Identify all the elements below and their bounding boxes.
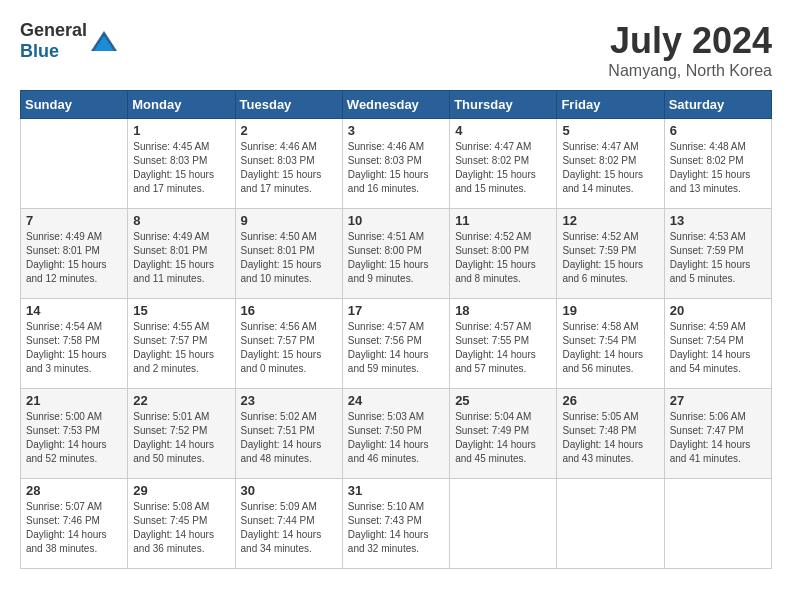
- day-number: 10: [348, 213, 444, 228]
- day-number: 22: [133, 393, 229, 408]
- day-number: 25: [455, 393, 551, 408]
- day-number: 20: [670, 303, 766, 318]
- day-info: Sunrise: 4:58 AM Sunset: 7:54 PM Dayligh…: [562, 320, 658, 376]
- day-info: Sunrise: 4:50 AM Sunset: 8:01 PM Dayligh…: [241, 230, 337, 286]
- day-number: 9: [241, 213, 337, 228]
- logo-general: General: [20, 20, 87, 40]
- calendar-cell: 12Sunrise: 4:52 AM Sunset: 7:59 PM Dayli…: [557, 209, 664, 299]
- calendar-cell: [21, 119, 128, 209]
- calendar-cell: 23Sunrise: 5:02 AM Sunset: 7:51 PM Dayli…: [235, 389, 342, 479]
- day-info: Sunrise: 4:47 AM Sunset: 8:02 PM Dayligh…: [562, 140, 658, 196]
- day-info: Sunrise: 4:46 AM Sunset: 8:03 PM Dayligh…: [241, 140, 337, 196]
- header-day-sunday: Sunday: [21, 91, 128, 119]
- day-number: 21: [26, 393, 122, 408]
- title-area: July 2024 Namyang, North Korea: [608, 20, 772, 80]
- calendar-cell: 17Sunrise: 4:57 AM Sunset: 7:56 PM Dayli…: [342, 299, 449, 389]
- day-info: Sunrise: 4:49 AM Sunset: 8:01 PM Dayligh…: [133, 230, 229, 286]
- day-info: Sunrise: 4:48 AM Sunset: 8:02 PM Dayligh…: [670, 140, 766, 196]
- calendar-cell: 14Sunrise: 4:54 AM Sunset: 7:58 PM Dayli…: [21, 299, 128, 389]
- day-info: Sunrise: 5:09 AM Sunset: 7:44 PM Dayligh…: [241, 500, 337, 556]
- calendar-cell: 22Sunrise: 5:01 AM Sunset: 7:52 PM Dayli…: [128, 389, 235, 479]
- day-info: Sunrise: 4:53 AM Sunset: 7:59 PM Dayligh…: [670, 230, 766, 286]
- logo-text: General Blue: [20, 20, 87, 62]
- day-info: Sunrise: 4:52 AM Sunset: 8:00 PM Dayligh…: [455, 230, 551, 286]
- day-number: 26: [562, 393, 658, 408]
- day-number: 23: [241, 393, 337, 408]
- day-info: Sunrise: 5:07 AM Sunset: 7:46 PM Dayligh…: [26, 500, 122, 556]
- day-number: 14: [26, 303, 122, 318]
- calendar-cell: 18Sunrise: 4:57 AM Sunset: 7:55 PM Dayli…: [450, 299, 557, 389]
- day-info: Sunrise: 5:04 AM Sunset: 7:49 PM Dayligh…: [455, 410, 551, 466]
- calendar-cell: [557, 479, 664, 569]
- day-number: 8: [133, 213, 229, 228]
- day-info: Sunrise: 5:06 AM Sunset: 7:47 PM Dayligh…: [670, 410, 766, 466]
- calendar-cell: 29Sunrise: 5:08 AM Sunset: 7:45 PM Dayli…: [128, 479, 235, 569]
- day-number: 15: [133, 303, 229, 318]
- day-info: Sunrise: 5:08 AM Sunset: 7:45 PM Dayligh…: [133, 500, 229, 556]
- day-info: Sunrise: 4:56 AM Sunset: 7:57 PM Dayligh…: [241, 320, 337, 376]
- calendar-cell: 26Sunrise: 5:05 AM Sunset: 7:48 PM Dayli…: [557, 389, 664, 479]
- calendar-cell: 31Sunrise: 5:10 AM Sunset: 7:43 PM Dayli…: [342, 479, 449, 569]
- week-row-5: 28Sunrise: 5:07 AM Sunset: 7:46 PM Dayli…: [21, 479, 772, 569]
- calendar-cell: 20Sunrise: 4:59 AM Sunset: 7:54 PM Dayli…: [664, 299, 771, 389]
- day-number: 4: [455, 123, 551, 138]
- day-number: 27: [670, 393, 766, 408]
- day-number: 29: [133, 483, 229, 498]
- day-number: 12: [562, 213, 658, 228]
- calendar-cell: 5Sunrise: 4:47 AM Sunset: 8:02 PM Daylig…: [557, 119, 664, 209]
- day-number: 6: [670, 123, 766, 138]
- logo: General Blue: [20, 20, 119, 62]
- calendar-cell: 13Sunrise: 4:53 AM Sunset: 7:59 PM Dayli…: [664, 209, 771, 299]
- week-row-1: 1Sunrise: 4:45 AM Sunset: 8:03 PM Daylig…: [21, 119, 772, 209]
- calendar-cell: 7Sunrise: 4:49 AM Sunset: 8:01 PM Daylig…: [21, 209, 128, 299]
- day-info: Sunrise: 4:57 AM Sunset: 7:55 PM Dayligh…: [455, 320, 551, 376]
- logo-icon: [89, 26, 119, 56]
- day-number: 16: [241, 303, 337, 318]
- day-info: Sunrise: 4:49 AM Sunset: 8:01 PM Dayligh…: [26, 230, 122, 286]
- logo-blue: Blue: [20, 41, 59, 61]
- calendar-cell: 19Sunrise: 4:58 AM Sunset: 7:54 PM Dayli…: [557, 299, 664, 389]
- day-info: Sunrise: 4:45 AM Sunset: 8:03 PM Dayligh…: [133, 140, 229, 196]
- day-info: Sunrise: 4:47 AM Sunset: 8:02 PM Dayligh…: [455, 140, 551, 196]
- location-title: Namyang, North Korea: [608, 62, 772, 80]
- header-day-tuesday: Tuesday: [235, 91, 342, 119]
- calendar-cell: 28Sunrise: 5:07 AM Sunset: 7:46 PM Dayli…: [21, 479, 128, 569]
- day-number: 17: [348, 303, 444, 318]
- calendar-cell: 10Sunrise: 4:51 AM Sunset: 8:00 PM Dayli…: [342, 209, 449, 299]
- calendar-cell: 25Sunrise: 5:04 AM Sunset: 7:49 PM Dayli…: [450, 389, 557, 479]
- calendar-cell: 9Sunrise: 4:50 AM Sunset: 8:01 PM Daylig…: [235, 209, 342, 299]
- week-row-4: 21Sunrise: 5:00 AM Sunset: 7:53 PM Dayli…: [21, 389, 772, 479]
- day-info: Sunrise: 5:05 AM Sunset: 7:48 PM Dayligh…: [562, 410, 658, 466]
- header-day-thursday: Thursday: [450, 91, 557, 119]
- day-info: Sunrise: 4:57 AM Sunset: 7:56 PM Dayligh…: [348, 320, 444, 376]
- day-number: 18: [455, 303, 551, 318]
- calendar-cell: 3Sunrise: 4:46 AM Sunset: 8:03 PM Daylig…: [342, 119, 449, 209]
- calendar-cell: 30Sunrise: 5:09 AM Sunset: 7:44 PM Dayli…: [235, 479, 342, 569]
- calendar-cell: 6Sunrise: 4:48 AM Sunset: 8:02 PM Daylig…: [664, 119, 771, 209]
- calendar-cell: 2Sunrise: 4:46 AM Sunset: 8:03 PM Daylig…: [235, 119, 342, 209]
- calendar-cell: 11Sunrise: 4:52 AM Sunset: 8:00 PM Dayli…: [450, 209, 557, 299]
- calendar-body: 1Sunrise: 4:45 AM Sunset: 8:03 PM Daylig…: [21, 119, 772, 569]
- calendar-cell: 24Sunrise: 5:03 AM Sunset: 7:50 PM Dayli…: [342, 389, 449, 479]
- day-info: Sunrise: 4:59 AM Sunset: 7:54 PM Dayligh…: [670, 320, 766, 376]
- calendar-cell: 21Sunrise: 5:00 AM Sunset: 7:53 PM Dayli…: [21, 389, 128, 479]
- day-info: Sunrise: 4:46 AM Sunset: 8:03 PM Dayligh…: [348, 140, 444, 196]
- day-number: 5: [562, 123, 658, 138]
- day-info: Sunrise: 4:52 AM Sunset: 7:59 PM Dayligh…: [562, 230, 658, 286]
- header-day-friday: Friday: [557, 91, 664, 119]
- day-info: Sunrise: 4:55 AM Sunset: 7:57 PM Dayligh…: [133, 320, 229, 376]
- calendar-cell: [450, 479, 557, 569]
- calendar-cell: 27Sunrise: 5:06 AM Sunset: 7:47 PM Dayli…: [664, 389, 771, 479]
- day-number: 31: [348, 483, 444, 498]
- calendar-cell: [664, 479, 771, 569]
- day-number: 28: [26, 483, 122, 498]
- day-number: 3: [348, 123, 444, 138]
- day-number: 19: [562, 303, 658, 318]
- day-info: Sunrise: 5:10 AM Sunset: 7:43 PM Dayligh…: [348, 500, 444, 556]
- header-day-monday: Monday: [128, 91, 235, 119]
- day-number: 30: [241, 483, 337, 498]
- header-row: SundayMondayTuesdayWednesdayThursdayFrid…: [21, 91, 772, 119]
- day-number: 7: [26, 213, 122, 228]
- day-number: 11: [455, 213, 551, 228]
- header-day-saturday: Saturday: [664, 91, 771, 119]
